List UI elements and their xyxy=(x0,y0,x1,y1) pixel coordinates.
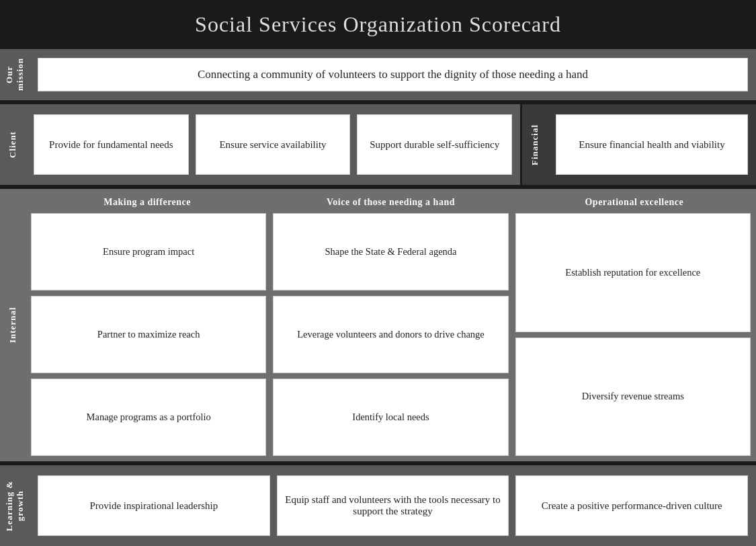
client-card-1: Ensure service availability xyxy=(196,114,351,175)
financial-label: Financial xyxy=(522,104,548,185)
scorecard: Social Services Organization Scorecard O… xyxy=(0,0,756,546)
internal-col-2: Establish reputation for excellence Dive… xyxy=(515,213,751,456)
internal-col-0: Ensure program impact Partner to maximiz… xyxy=(31,213,266,456)
internal-col-header-2: Operational excellence xyxy=(513,194,756,210)
learning-cards: Provide inspirational leadership Equip s… xyxy=(30,465,756,546)
scorecard-title: Social Services Organization Scorecard xyxy=(0,0,756,49)
internal-columns: Ensure program impact Partner to maximiz… xyxy=(26,213,756,461)
learning-card-1: Equip staff and volunteers with the tool… xyxy=(277,475,509,536)
learning-card-2: Create a positive performance-driven cul… xyxy=(515,475,748,536)
internal-row: Internal Making a difference Voice of th… xyxy=(0,189,756,461)
perspectives-row: Client Provide for fundamental needs Ens… xyxy=(0,104,756,185)
internal-headers: Making a difference Voice of those needi… xyxy=(26,189,756,213)
client-section: Client Provide for fundamental needs Ens… xyxy=(0,104,520,185)
financial-cards: Ensure financial health and viability xyxy=(548,104,756,185)
client-cards: Provide for fundamental needs Ensure ser… xyxy=(26,104,520,185)
internal-card-1-1: Leverage volunteers and donors to drive … xyxy=(273,296,508,373)
client-label: Client xyxy=(0,104,26,185)
internal-card-1-0: Shape the State & Federal agenda xyxy=(273,213,508,290)
mission-content: Connecting a community of volunteers to … xyxy=(30,49,756,100)
internal-col-1: Shape the State & Federal agenda Leverag… xyxy=(273,213,508,456)
financial-card-0: Ensure financial health and viability xyxy=(556,114,748,175)
mission-text: Connecting a community of volunteers to … xyxy=(38,58,748,91)
internal-label: Internal xyxy=(0,189,26,461)
internal-card-2-0: Establish reputation for excellence xyxy=(515,213,751,332)
mission-label: Our mission xyxy=(0,49,30,100)
learning-label: Learning & growth xyxy=(0,465,30,546)
internal-card-0-1: Partner to maximize reach xyxy=(31,296,266,373)
internal-content: Making a difference Voice of those needi… xyxy=(26,189,756,461)
client-card-0: Provide for fundamental needs xyxy=(34,114,189,175)
learning-card-0: Provide inspirational leadership xyxy=(38,475,270,536)
internal-col-header-0: Making a difference xyxy=(26,194,269,210)
learning-row: Learning & growth Provide inspirational … xyxy=(0,465,756,546)
internal-card-2-1: Diversify revenue streams xyxy=(515,338,751,457)
client-card-2: Support durable self-sufficiency xyxy=(357,114,512,175)
internal-card-0-2: Manage programs as a portfolio xyxy=(31,379,266,456)
internal-card-0-0: Ensure program impact xyxy=(31,213,266,290)
financial-section: Financial Ensure financial health and vi… xyxy=(520,104,756,185)
mission-row: Our mission Connecting a community of vo… xyxy=(0,49,756,100)
internal-col-header-1: Voice of those needing a hand xyxy=(269,194,512,210)
internal-card-1-2: Identify local needs xyxy=(273,379,508,456)
